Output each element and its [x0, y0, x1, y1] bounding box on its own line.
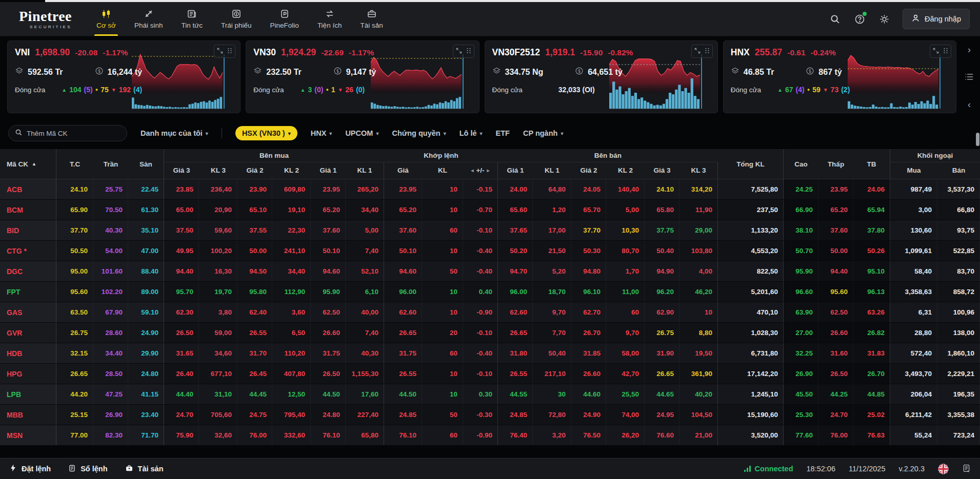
depth-prev-icon[interactable]: ◂ — [471, 168, 473, 173]
search-icon[interactable] — [829, 13, 841, 25]
ask-price-2-cell[interactable]: 26.70 — [571, 323, 606, 343]
bid-price-3-cell[interactable]: 31.65 — [164, 343, 199, 363]
market-filter-cp-ng-nh[interactable]: CP ngành▾ — [523, 129, 563, 137]
bid-price-1-cell[interactable]: 94.60 — [311, 261, 346, 281]
language-flag-icon[interactable] — [938, 464, 949, 474]
ask-price-2-cell[interactable]: 26.60 — [571, 364, 606, 384]
tab-trai-phieu[interactable]: Trái phiếu — [214, 2, 259, 36]
ask-price-3-cell[interactable]: 24.95 — [645, 405, 679, 425]
bid-price-3-cell[interactable]: 23.85 — [164, 179, 199, 199]
ask-price-1-cell[interactable]: 76.40 — [498, 425, 533, 445]
ask-price-2-cell[interactable]: 65.70 — [571, 200, 606, 220]
market-filter-hsx-vn30[interactable]: HSX (VN30 )▾ — [235, 126, 297, 140]
bid-price-1-cell[interactable]: 65.20 — [311, 200, 346, 220]
depth-next-icon[interactable]: ▸ — [487, 168, 490, 173]
ask-price-2-cell[interactable]: 62.70 — [571, 302, 606, 322]
match-price-cell[interactable]: 62.60 — [384, 302, 422, 322]
ask-price-1-cell[interactable]: 26.55 — [498, 364, 533, 384]
bid-price-3-cell[interactable]: 65.00 — [164, 200, 199, 220]
match-price-cell[interactable]: 37.60 — [384, 220, 422, 240]
ask-price-1-cell[interactable]: 24.00 — [498, 179, 533, 199]
bid-price-2-cell[interactable]: 94.50 — [237, 261, 272, 281]
match-price-cell[interactable]: 26.55 — [384, 364, 422, 384]
ask-price-3-cell[interactable]: 65.80 — [645, 200, 679, 220]
ask-price-1-cell[interactable]: 65.60 — [498, 200, 533, 220]
ticker-cell[interactable]: GAS — [0, 302, 56, 322]
index-card-vn30f2512[interactable]: VN30F25121,919.1-15.90-0.82%334.75 Ng64,… — [485, 40, 718, 113]
card-list-icon[interactable] — [965, 72, 973, 82]
ticker-cell[interactable]: MSN — [0, 425, 56, 445]
ticker-cell[interactable]: HDB — [0, 343, 56, 363]
tab-pinefolio[interactable]: PineFolio — [263, 2, 306, 36]
display-settings-icon[interactable] — [878, 13, 890, 25]
ask-price-2-cell[interactable]: 31.85 — [571, 343, 606, 363]
ticker-cell[interactable]: MBB — [0, 405, 56, 425]
bid-price-2-cell[interactable]: 31.70 — [237, 343, 272, 363]
ask-price-3-cell[interactable]: 26.65 — [645, 364, 679, 384]
expand-icon[interactable] — [456, 47, 462, 56]
match-price-cell[interactable]: 50.10 — [384, 241, 422, 261]
index-card-vni[interactable]: VNI1,698.90-20.08-1.17%592.56 Tr16,244 t… — [7, 40, 241, 113]
ask-price-3-cell[interactable]: 26.75 — [645, 323, 679, 343]
bid-price-3-cell[interactable]: 95.70 — [164, 282, 199, 302]
symbol-search-box[interactable] — [8, 125, 127, 141]
market-filter-l-l[interactable]: Lô lẻ▾ — [459, 129, 483, 137]
match-price-cell[interactable]: 24.85 — [384, 405, 422, 425]
bid-price-1-cell[interactable]: 37.60 — [311, 220, 346, 240]
bid-price-1-cell[interactable]: 31.75 — [311, 343, 346, 363]
bid-price-1-cell[interactable]: 44.50 — [311, 384, 346, 404]
bid-price-1-cell[interactable]: 26.60 — [311, 323, 346, 343]
ask-price-3-cell[interactable]: 50.40 — [645, 241, 679, 261]
ask-price-3-cell[interactable]: 94.90 — [645, 261, 679, 281]
match-price-cell[interactable]: 23.95 — [384, 179, 422, 199]
bid-price-2-cell[interactable]: 24.75 — [237, 405, 272, 425]
expand-icon[interactable] — [933, 47, 939, 56]
bid-price-2-cell[interactable]: 37.55 — [237, 220, 272, 240]
bid-price-3-cell[interactable]: 37.50 — [164, 220, 199, 240]
ask-price-2-cell[interactable]: 44.60 — [571, 384, 606, 404]
bid-price-2-cell[interactable]: 23.90 — [237, 179, 272, 199]
market-filter-hnx[interactable]: HNX▾ — [311, 129, 332, 137]
chevron-right-icon[interactable]: › — [968, 45, 971, 54]
order-book-button[interactable]: Sổ lệnh — [68, 464, 107, 474]
match-price-cell[interactable]: 76.10 — [384, 425, 422, 445]
ask-price-3-cell[interactable]: 44.65 — [645, 384, 679, 404]
bid-price-3-cell[interactable]: 49.95 — [164, 241, 199, 261]
bid-price-1-cell[interactable]: 62.50 — [311, 302, 346, 322]
ask-price-1-cell[interactable]: 44.55 — [498, 384, 533, 404]
ask-price-3-cell[interactable]: 96.20 — [645, 282, 679, 302]
ask-price-1-cell[interactable]: 50.20 — [498, 241, 533, 261]
bid-price-3-cell[interactable]: 62.30 — [164, 302, 199, 322]
ask-price-2-cell[interactable]: 24.05 — [571, 179, 606, 199]
market-filter-ch-ng-quy-n[interactable]: Chứng quyền▾ — [392, 129, 446, 137]
bid-price-2-cell[interactable]: 26.55 — [237, 323, 272, 343]
tab-tai-san[interactable]: Tài sản — [353, 2, 390, 36]
ticker-cell[interactable]: GVR — [0, 323, 56, 343]
bid-price-1-cell[interactable]: 23.95 — [311, 179, 346, 199]
drag-handle-icon[interactable] — [466, 47, 471, 56]
ticker-cell[interactable]: DGC — [0, 261, 56, 281]
login-button[interactable]: Đăng nhập — [903, 9, 970, 29]
drag-handle-icon[interactable] — [227, 47, 232, 56]
ask-price-1-cell[interactable]: 24.85 — [498, 405, 533, 425]
bid-price-3-cell[interactable]: 44.40 — [164, 384, 199, 404]
bid-price-3-cell[interactable]: 75.90 — [164, 425, 199, 445]
symbol-search-input[interactable] — [27, 130, 121, 137]
index-card-hnx[interactable]: HNX255.87-0.61-0.24%46.85 Tr867 tỷĐóng c… — [723, 40, 956, 113]
bid-price-2-cell[interactable]: 95.80 — [237, 282, 272, 302]
ask-price-2-cell[interactable]: 50.30 — [571, 241, 606, 261]
bid-price-3-cell[interactable]: 26.40 — [164, 364, 199, 384]
help-icon[interactable] — [853, 13, 866, 25]
place-order-button[interactable]: Đặt lệnh — [9, 464, 51, 474]
bid-price-1-cell[interactable]: 50.10 — [311, 241, 346, 261]
bid-price-2-cell[interactable]: 44.45 — [237, 384, 272, 404]
ask-price-2-cell[interactable]: 76.50 — [571, 425, 606, 445]
ask-price-3-cell[interactable]: 31.90 — [645, 343, 679, 363]
chevron-left-icon[interactable]: ‹ — [968, 99, 971, 109]
ask-price-2-cell[interactable]: 94.80 — [571, 261, 606, 281]
tab-tin-tuc[interactable]: Tin tức — [174, 2, 210, 36]
market-filter-danh-m-c-c-a-t-i[interactable]: Danh mục của tôi▾ — [141, 129, 208, 137]
ticker-cell[interactable]: HPG — [0, 364, 56, 384]
bid-price-2-cell[interactable]: 50.00 — [237, 241, 272, 261]
bid-price-2-cell[interactable]: 65.10 — [237, 200, 272, 220]
